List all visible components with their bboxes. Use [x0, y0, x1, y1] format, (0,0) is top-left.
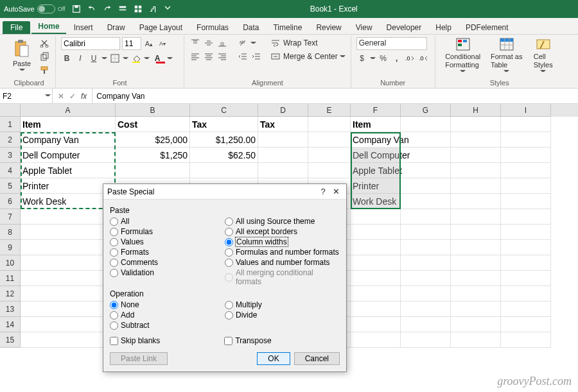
col-header[interactable]: I	[501, 104, 551, 117]
cell[interactable]	[258, 132, 308, 148]
cell[interactable]: Work Desk	[351, 194, 401, 209]
cell[interactable]: Apple Tablet	[351, 163, 401, 178]
cell[interactable]	[351, 317, 401, 332]
radio-validation[interactable]: Validation	[110, 268, 225, 278]
row-header[interactable]: 6	[0, 194, 21, 209]
cell[interactable]	[451, 117, 501, 132]
row-header[interactable]: 2	[0, 132, 21, 148]
formula-input[interactable]: Company Van	[92, 89, 578, 103]
row-header[interactable]: 14	[0, 317, 21, 332]
cancel-icon[interactable]: ✕	[58, 92, 64, 101]
chevron-down-icon[interactable]	[144, 56, 150, 62]
cell[interactable]	[451, 209, 501, 225]
row-header[interactable]: 11	[0, 271, 21, 286]
cell[interactable]	[451, 178, 501, 194]
tab-draw[interactable]: Draw	[101, 21, 132, 34]
cell[interactable]	[401, 132, 451, 148]
radio-except-borders[interactable]: All except borders	[225, 226, 340, 237]
cell[interactable]: Printer	[351, 178, 401, 194]
cell[interactable]	[351, 271, 401, 286]
decrease-font-icon[interactable]: A▾	[157, 38, 168, 49]
increase-indent-icon[interactable]	[250, 51, 262, 62]
row-header[interactable]: 10	[0, 255, 21, 271]
col-header[interactable]: C	[190, 104, 258, 117]
cell[interactable]	[401, 148, 451, 163]
cell[interactable]	[451, 240, 501, 255]
tab-help[interactable]: Help	[429, 21, 458, 34]
cell[interactable]	[308, 132, 351, 148]
row-header[interactable]: 4	[0, 163, 21, 178]
wrap-text-button[interactable]: Wrap Text	[270, 37, 346, 49]
bold-icon[interactable]: B	[61, 53, 73, 64]
cell[interactable]	[351, 225, 401, 240]
close-icon[interactable]: ✕	[329, 187, 342, 196]
cancel-button[interactable]: Cancel	[294, 352, 340, 365]
cell[interactable]	[451, 271, 501, 286]
cell[interactable]: Dell Computer	[21, 148, 116, 163]
cell[interactable]	[501, 302, 551, 317]
italic-icon[interactable]: I	[74, 53, 86, 64]
cell[interactable]	[451, 317, 501, 332]
cell[interactable]: $1,250	[116, 148, 190, 163]
col-header[interactable]: H	[451, 104, 501, 117]
row-header[interactable]: 13	[0, 302, 21, 317]
cell[interactable]: Company Van	[351, 132, 401, 148]
chevron-down-icon[interactable]	[370, 56, 376, 62]
checkbox-transpose[interactable]: Transpose	[224, 336, 271, 346]
font-size-input[interactable]	[122, 37, 141, 50]
cell[interactable]	[501, 271, 551, 286]
cell[interactable]	[501, 255, 551, 271]
radio-op-none[interactable]: None	[110, 300, 225, 310]
qat-icon[interactable]	[134, 4, 143, 13]
save-icon[interactable]	[72, 4, 81, 13]
align-left-icon[interactable]	[189, 51, 201, 62]
align-center-icon[interactable]	[203, 51, 215, 62]
cell[interactable]	[501, 225, 551, 240]
radio-column-widths[interactable]: Column widths	[225, 237, 340, 247]
cell[interactable]	[451, 255, 501, 271]
tab-formulas[interactable]: Formulas	[190, 21, 235, 34]
decrease-decimal-icon[interactable]: .0	[418, 53, 430, 64]
align-right-icon[interactable]	[216, 51, 228, 62]
format-painter-icon[interactable]	[39, 64, 50, 76]
align-bottom-icon[interactable]	[216, 37, 228, 49]
select-all-corner[interactable]	[0, 104, 21, 117]
cell[interactable]	[451, 148, 501, 163]
copy-icon[interactable]	[39, 51, 50, 62]
cell[interactable]	[501, 148, 551, 163]
cell[interactable]	[401, 178, 451, 194]
cell[interactable]	[451, 302, 501, 317]
format-as-table-button[interactable]: Format as Table	[488, 37, 525, 74]
tab-pdfelement[interactable]: PDFelement	[459, 21, 515, 34]
cell[interactable]	[351, 286, 401, 302]
ok-button[interactable]: OK	[257, 352, 290, 365]
cell[interactable]	[501, 117, 551, 132]
chevron-down-icon[interactable]	[101, 56, 107, 62]
cell[interactable]	[501, 286, 551, 302]
cell[interactable]	[21, 271, 116, 286]
tab-home[interactable]: Home	[31, 20, 66, 34]
cell[interactable]: Work Desk	[21, 194, 116, 209]
align-top-icon[interactable]	[189, 37, 201, 49]
enter-icon[interactable]: ✓	[69, 92, 76, 101]
font-name-input[interactable]	[61, 37, 120, 50]
cell[interactable]	[451, 132, 501, 148]
cell[interactable]	[501, 240, 551, 255]
borders-icon[interactable]	[109, 53, 121, 64]
paste-link-button[interactable]: Paste Link	[110, 352, 168, 365]
comma-icon[interactable]: ,	[391, 53, 403, 64]
fx-icon[interactable]: fx	[81, 92, 87, 101]
row-header[interactable]: 12	[0, 286, 21, 302]
cell[interactable]	[190, 163, 258, 178]
qat-icon[interactable]	[118, 4, 127, 13]
col-header[interactable]: G	[401, 104, 451, 117]
cell[interactable]	[258, 148, 308, 163]
underline-icon[interactable]: U	[88, 53, 100, 64]
radio-op-subtract[interactable]: Subtract	[110, 320, 225, 330]
paste-button[interactable]: Paste	[8, 37, 36, 74]
tab-view[interactable]: View	[349, 21, 379, 34]
cell[interactable]: $25,000	[116, 132, 190, 148]
cell[interactable]	[401, 209, 451, 225]
chevron-down-icon[interactable]	[45, 93, 51, 99]
qat-icon[interactable]	[149, 4, 158, 13]
